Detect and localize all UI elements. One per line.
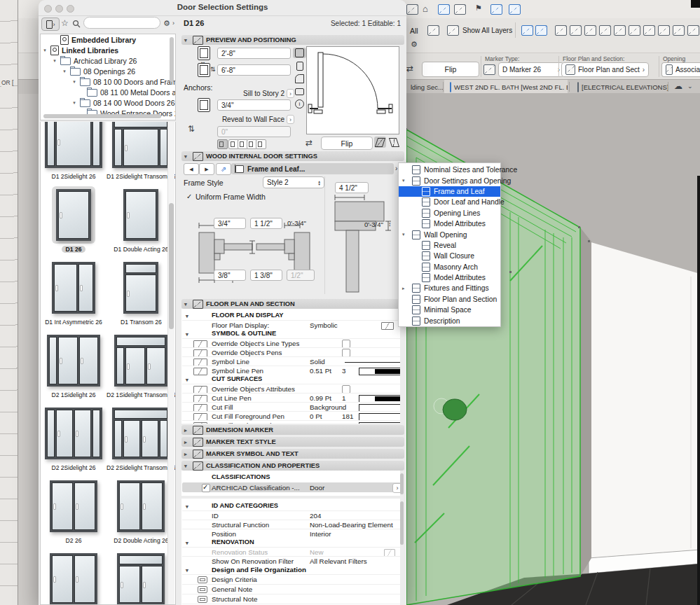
tree-item-linked-libraries[interactable]: ▾ Linked Libraries: [41, 45, 175, 55]
search-input[interactable]: [83, 17, 160, 29]
door-preview-2d[interactable]: [306, 46, 399, 134]
door-card[interactable]: D2 1Sidelight Transom 26: [107, 326, 176, 399]
row-cut-fill-background-pen[interactable]: Cut Fill Background Pen0 Pt 201: [182, 420, 400, 424]
row-renovation-status[interactable]: Renovation Status New: [182, 547, 400, 557]
menu-item-minimal-space[interactable]: Minimal Space: [399, 305, 500, 315]
classifications-scrollbar[interactable]: [400, 473, 404, 494]
door-card[interactable]: D1 Int Asymmetric 26: [41, 253, 107, 326]
door-thumbnail[interactable]: [52, 262, 95, 314]
layer-combination-icon[interactable]: [555, 25, 567, 36]
page-forward-button[interactable]: ▶: [199, 163, 214, 175]
tab-electrical-elevations[interactable]: [ELECTRICAL ELEVATIONS]: [572, 80, 674, 94]
door-card-selected[interactable]: D1 26: [41, 181, 107, 253]
section-classification-properties[interactable]: ▾ CLASSIFICATION AND PROPERTIES: [181, 461, 404, 471]
page-dropdown-chevron[interactable]: ›: [395, 165, 397, 172]
section-marker-text-style[interactable]: ▸ MARKER TEXT STYLE: [181, 437, 404, 447]
id-categories-header[interactable]: ▾ID AND CATEGORIES: [182, 501, 400, 510]
door-card[interactable]: D2 1Sidelight 26: [41, 326, 107, 399]
menu-item-door-leaf-handle[interactable]: Door Leaf and Handle: [399, 197, 500, 207]
disclosure-triangle[interactable]: ▸: [402, 286, 405, 291]
gear-small-icon[interactable]: ⚙: [411, 41, 418, 48]
door-card[interactable]: D1 Transom 26: [107, 253, 176, 326]
door-width-field[interactable]: 2'-8": [217, 48, 291, 59]
row-archicad-classification[interactable]: ARCHICAD Classification -... Door ›: [182, 482, 401, 492]
preview-mode-elevation-button[interactable]: [293, 61, 306, 71]
swing-left-icon-button[interactable]: [374, 137, 386, 148]
design-file-org-header[interactable]: ▾Design and File Organization: [182, 565, 400, 574]
row-general-note[interactable]: General Note: [182, 584, 400, 594]
surface-icon[interactable]: [614, 25, 626, 36]
line-type-icon[interactable]: [629, 25, 640, 36]
door-card[interactable]: D1 2Sidelight 26: [41, 122, 107, 181]
cloud-library-icon[interactable]: [509, 4, 521, 15]
section-preview-positioning[interactable]: ▾ PREVIEW AND POSITIONING: [181, 35, 404, 45]
disclosure-triangle[interactable]: ▾: [62, 69, 67, 74]
door-thumbnail[interactable]: [45, 122, 102, 168]
row-cut-fill-foreground-pen[interactable]: Cut Fill Foreground Pen0 Pt 181: [182, 411, 400, 421]
tree-item-embedded-library[interactable]: Embedded Library: [41, 34, 175, 45]
door-card[interactable]: D1 Double Acting 26: [107, 181, 176, 253]
browser-view-mode-button[interactable]: ›: [41, 18, 60, 31]
transfer-settings-button[interactable]: ⇗: [216, 163, 231, 175]
row-structural-note[interactable]: Structural Note: [182, 594, 400, 604]
row-structural-function[interactable]: Structural FunctionNon-Load-Bearing Elem…: [182, 520, 400, 529]
door-card[interactable]: D2 26: [41, 472, 107, 545]
background-elevation-window[interactable]: OR [: [0, 0, 18, 605]
row-design-criteria[interactable]: Design Criteria: [182, 574, 400, 584]
door-tool-icon[interactable]: [438, 4, 450, 15]
door-card[interactable]: D2 Double Egress 26: [41, 545, 107, 605]
renovation-header[interactable]: ▾RENOVATION: [182, 538, 400, 547]
section-floor-plan-and-section[interactable]: ▾ FLOOR PLAN AND SECTION: [181, 299, 404, 309]
tab-west-2nd-fl-bath[interactable]: WEST 2ND FL. BATH [West 2ND FL. BATH]: [444, 80, 568, 94]
sill-anchor-dropdown[interactable]: Sill to Story 2 ›: [223, 89, 294, 98]
reveal-value-field[interactable]: 0": [217, 126, 291, 137]
mirror-icon[interactable]: ⇄: [306, 139, 313, 147]
menu-item-description[interactable]: Description: [399, 315, 500, 326]
row-cut-line-pen[interactable]: Cut Line Pen0.99 Pt 1: [182, 393, 400, 403]
frame-dim-field-2[interactable]: 1 1/2": [250, 218, 282, 229]
door-card[interactable]: D2 Transom 26: [107, 545, 176, 605]
door-thumbnail[interactable]: [114, 335, 167, 387]
group-symbol-outline[interactable]: ▾SYMBOL & OUTLINE: [182, 329, 400, 338]
show-all-layers-button[interactable]: Show All Layers: [462, 27, 512, 34]
row-symbol-line-pen[interactable]: Symbol Line Pen0.51 Pt 3: [182, 366, 400, 375]
anchor-option-1[interactable]: [217, 139, 228, 149]
favorites-star-icon[interactable]: ☆: [61, 19, 69, 27]
door-thumbnail[interactable]: [117, 553, 165, 605]
menu-item-opening-lines[interactable]: Opening Lines: [399, 208, 500, 218]
pen-color-preview[interactable]: [359, 422, 400, 424]
layers-all-button[interactable]: All: [410, 27, 418, 35]
door-thumbnail[interactable]: [112, 122, 170, 168]
home-icon[interactable]: ⌂: [423, 4, 428, 13]
menu-item-reveal[interactable]: Reveal: [399, 240, 500, 251]
frame-style-select[interactable]: Style 2 ▴▾: [263, 176, 324, 188]
row-override-attributes[interactable]: Override Object's Attributes: [182, 384, 400, 394]
menu-item-frame-and-leaf[interactable]: Frame and Leaf: [399, 186, 500, 197]
reveal-dropdown[interactable]: Reveal to Wall Face ›: [217, 115, 294, 124]
door-thumbnail[interactable]: [117, 480, 165, 532]
classification-checkbox[interactable]: [202, 484, 210, 492]
chevron-right-icon[interactable]: ›: [172, 20, 174, 27]
favorites-flag-icon[interactable]: [490, 4, 502, 15]
menu-item-model-attributes-wall[interactable]: Model Attributes: [399, 272, 500, 283]
door-thumbnail[interactable]: [45, 408, 102, 459]
schedule-table-icon[interactable]: [687, 25, 699, 36]
anchor-option-5[interactable]: [256, 139, 266, 149]
menu-item-fixtures-fittings[interactable]: ▸ Fixtures and Fittings: [399, 283, 500, 293]
frame-dim-field-5[interactable]: 1 3/8": [250, 270, 282, 281]
door-card[interactable]: D2 Double Acting 26: [107, 472, 176, 545]
row-show-on-renovation-filter[interactable]: Show On Renovation Filter All Relevant F…: [182, 556, 400, 566]
door-knob[interactable]: [443, 399, 467, 420]
door-thumbnail[interactable]: [50, 480, 97, 532]
scale-icon[interactable]: [570, 25, 582, 36]
browser-settings-gear-icon[interactable]: ⚙: [163, 20, 170, 27]
layout-book-icon[interactable]: [658, 25, 670, 36]
menu-item-nominal-sizes[interactable]: Nominal Sizes and Tolerance: [399, 165, 500, 175]
menu-item-wall-closure[interactable]: Wall Closure: [399, 251, 500, 261]
disclosure-triangle[interactable]: ▾: [71, 100, 77, 106]
preview-mode-section-button[interactable]: [293, 86, 306, 97]
tree-vertical-scrollbar[interactable]: [170, 37, 174, 82]
group-floor-plan-display[interactable]: ▾FLOOR PLAN DISPLAY: [182, 311, 400, 320]
section-wood-internal-door[interactable]: ▾ WOOD INTERNAL DOOR SETTINGS: [181, 151, 404, 161]
door-thumbnail[interactable]: [123, 262, 158, 314]
